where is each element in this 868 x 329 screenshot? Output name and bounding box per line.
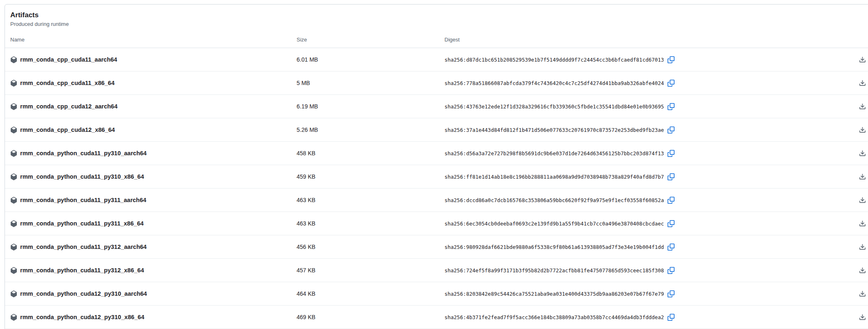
copy-digest-button[interactable] — [668, 150, 675, 157]
artifact-digest: sha256:37a1e443d84fd812f1b471d506e077633… — [444, 127, 664, 133]
artifact-size: 5.26 MB — [297, 127, 444, 133]
download-artifact-button[interactable] — [859, 173, 866, 180]
card-title: Artifacts — [10, 11, 868, 20]
copy-digest-button[interactable] — [668, 56, 675, 63]
copy-digest-button[interactable] — [668, 314, 675, 321]
artifact-name: rmm_conda_cpp_cuda11_aarch64 — [20, 56, 117, 63]
download-icon — [859, 80, 866, 87]
copy-icon — [668, 244, 675, 251]
download-artifact-button[interactable] — [859, 150, 866, 157]
artifact-actions-cell — [853, 103, 868, 110]
artifact-name: rmm_conda_cpp_cuda12_aarch64 — [20, 103, 117, 110]
artifact-digest: sha256:ff81e1d14ab18e8c196bb288811aa0698… — [444, 174, 664, 180]
download-artifact-button[interactable] — [859, 267, 866, 274]
table-row: rmm_conda_python_cuda11_py311_aarch64 46… — [5, 189, 868, 212]
package-icon — [10, 150, 17, 157]
copy-icon — [668, 103, 675, 110]
download-icon — [859, 150, 866, 157]
download-artifact-button[interactable] — [859, 244, 866, 251]
table-row: rmm_conda_python_cuda12_py310_aarch64 46… — [5, 282, 868, 306]
table-row: rmm_conda_python_cuda11_py312_aarch64 45… — [5, 235, 868, 259]
copy-digest-button[interactable] — [668, 267, 675, 274]
download-artifact-button[interactable] — [859, 56, 866, 63]
artifact-digest: sha256:6ec3054cb0deebaf0693c2e139fd9b1a5… — [444, 221, 664, 227]
copy-digest-button[interactable] — [668, 290, 675, 297]
artifact-digest-cell: sha256:dccd86a0c7dcb165768c353806a59bbc6… — [444, 197, 853, 204]
artifact-digest: sha256:d56a3a72e727b298f8b5691dc9b6e037d… — [444, 150, 664, 156]
package-icon — [10, 56, 17, 63]
download-icon — [859, 127, 866, 133]
artifact-name: rmm_conda_cpp_cuda12_x86_64 — [20, 127, 115, 133]
copy-digest-button[interactable] — [668, 103, 675, 110]
download-icon — [859, 56, 866, 63]
artifact-name: rmm_conda_python_cuda11_py312_x86_64 — [20, 267, 144, 274]
copy-digest-button[interactable] — [668, 127, 675, 133]
artifact-digest-cell: sha256:d56a3a72e727b298f8b5691dc9b6e037d… — [444, 150, 853, 157]
download-artifact-button[interactable] — [859, 314, 866, 321]
copy-icon — [668, 173, 675, 180]
download-artifact-button[interactable] — [859, 103, 866, 110]
artifact-size: 6.19 MB — [297, 103, 444, 110]
table-header-row: Name Size Digest — [5, 28, 868, 48]
artifact-digest-cell: sha256:6ec3054cb0deebaf0693c2e139fd9b1a5… — [444, 220, 853, 227]
package-icon — [10, 103, 17, 110]
column-header-size: Size — [297, 37, 444, 43]
download-artifact-button[interactable] — [859, 127, 866, 133]
artifact-actions-cell — [853, 127, 868, 133]
artifact-digest: sha256:43763e12ede12f1d328a329616cfb3393… — [444, 104, 664, 110]
copy-digest-button[interactable] — [668, 220, 675, 227]
download-icon — [859, 314, 866, 321]
copy-digest-button[interactable] — [668, 80, 675, 87]
table-row: rmm_conda_cpp_cuda12_x86_64 5.26 MB sha2… — [5, 118, 868, 142]
artifact-size: 457 KB — [297, 267, 444, 274]
copy-digest-button[interactable] — [668, 244, 675, 251]
copy-icon — [668, 197, 675, 204]
artifact-actions-cell — [853, 197, 868, 204]
artifact-size: 469 KB — [297, 314, 444, 320]
artifact-size: 458 KB — [297, 150, 444, 156]
download-artifact-button[interactable] — [859, 80, 866, 87]
artifact-name: rmm_conda_python_cuda11_py310_aarch64 — [20, 150, 147, 156]
artifact-name: rmm_conda_python_cuda12_py310_x86_64 — [20, 314, 144, 320]
copy-digest-button[interactable] — [668, 197, 675, 204]
artifacts-table-body: rmm_conda_cpp_cuda11_aarch64 6.01 MB sha… — [5, 48, 868, 329]
download-icon — [859, 267, 866, 274]
artifact-name-cell: rmm_conda_python_cuda11_py311_x86_64 — [5, 220, 297, 227]
artifact-digest: sha256:724ef5f8a99f3171b3f95b82d2b7722ac… — [444, 267, 664, 274]
artifact-actions-cell — [853, 267, 868, 274]
download-icon — [859, 290, 866, 297]
artifact-digest: sha256:dccd86a0c7dcb165768c353806a59bbc6… — [444, 197, 664, 203]
artifact-digest-cell: sha256:43763e12ede12f1d328a329616cfb3393… — [444, 103, 853, 110]
artifact-name-cell: rmm_conda_python_cuda11_py312_x86_64 — [5, 267, 297, 274]
package-icon — [10, 220, 17, 227]
artifact-actions-cell — [853, 56, 868, 63]
artifact-digest: sha256:4b371fe2fead7f9f5acc366e184bc3880… — [444, 314, 664, 320]
artifact-size: 5 MB — [297, 80, 444, 86]
download-icon — [859, 197, 866, 204]
artifact-name-cell: rmm_conda_cpp_cuda12_x86_64 — [5, 127, 297, 133]
artifact-digest: sha256:778a51866087abfcda379f4c7436420c4… — [444, 80, 664, 86]
artifact-name-cell: rmm_conda_python_cuda11_py310_x86_64 — [5, 173, 297, 180]
artifact-name-cell: rmm_conda_cpp_cuda12_aarch64 — [5, 103, 297, 110]
artifact-digest-cell: sha256:37a1e443d84fd812f1b471d506e077633… — [444, 127, 853, 133]
artifact-name: rmm_conda_python_cuda11_py312_aarch64 — [20, 244, 147, 250]
artifact-name-cell: rmm_conda_python_cuda11_py311_aarch64 — [5, 197, 297, 204]
artifact-name: rmm_conda_python_cuda11_py311_aarch64 — [20, 197, 146, 203]
artifact-digest-cell: sha256:4b371fe2fead7f9f5acc366e184bc3880… — [444, 314, 853, 321]
download-artifact-button[interactable] — [859, 290, 866, 297]
artifact-size: 6.01 MB — [297, 56, 444, 63]
artifact-name-cell: rmm_conda_python_cuda11_py310_aarch64 — [5, 150, 297, 157]
artifact-size: 463 KB — [297, 197, 444, 203]
copy-digest-button[interactable] — [668, 173, 675, 180]
copy-icon — [668, 314, 675, 321]
artifact-name-cell: rmm_conda_cpp_cuda11_x86_64 — [5, 80, 297, 87]
download-artifact-button[interactable] — [859, 220, 866, 227]
artifacts-card: Artifacts Produced during runtime Name S… — [5, 4, 868, 329]
download-icon — [859, 173, 866, 180]
card-header: Artifacts Produced during runtime — [5, 5, 868, 28]
artifact-name-cell: rmm_conda_python_cuda11_py312_aarch64 — [5, 244, 297, 251]
download-artifact-button[interactable] — [859, 197, 866, 204]
copy-icon — [668, 80, 675, 87]
artifact-digest-cell: sha256:778a51866087abfcda379f4c7436420c4… — [444, 80, 853, 87]
artifact-name: rmm_conda_python_cuda11_py310_x86_64 — [20, 173, 144, 180]
